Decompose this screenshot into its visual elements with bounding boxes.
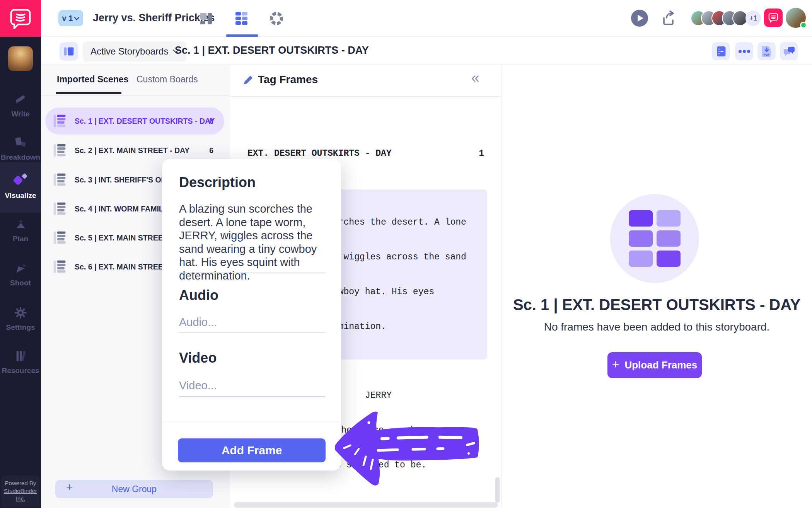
panel-left-icon — [62, 45, 75, 58]
plus-icon: + — [66, 481, 73, 494]
version-label: v 1 — [62, 14, 73, 23]
powered-by-line2: StudioBinder Inc. — [4, 488, 37, 502]
sidebar-item-label: Plan — [0, 235, 41, 243]
frames-grid-icon — [629, 210, 681, 267]
user-avatar[interactable] — [786, 8, 806, 28]
scene-doc-icon — [53, 259, 66, 274]
tag-frames-title: Tag Frames — [258, 73, 318, 86]
chevron-down-icon — [74, 17, 79, 20]
upload-frames-button[interactable]: + Upload Frames — [607, 352, 702, 378]
scene-doc-icon — [53, 230, 66, 245]
audio-input[interactable] — [179, 314, 325, 333]
share-icon[interactable] — [660, 9, 677, 29]
video-label: Video — [179, 350, 217, 366]
sidebar-item-resources[interactable]: Resources — [0, 349, 41, 375]
hand-drawn-arrow-annotation — [333, 408, 485, 492]
sidebar-item-write[interactable]: Write — [0, 92, 41, 118]
sidebar-item-shoot[interactable]: Shoot — [0, 262, 41, 287]
svg-text:PDF: PDF — [764, 53, 770, 56]
scene-doc-icon — [53, 201, 66, 216]
play-icon — [638, 15, 643, 22]
app-window: v 1 Jerry vs. Sheriff Prickles — [0, 0, 812, 508]
scene-frame-count: 0 — [209, 117, 213, 126]
board-selector-label: Active Storyboards — [90, 46, 168, 57]
sidebar-item-visualize[interactable]: Visualize — [0, 173, 41, 200]
upload-frames-label: Upload Frames — [624, 359, 697, 371]
video-input[interactable] — [179, 378, 325, 397]
layout-view-icon[interactable] — [198, 10, 215, 27]
scene-doc-icon — [53, 143, 66, 158]
scene-notes-button[interactable] — [712, 42, 730, 60]
sidebar-item-label: Shoot — [0, 279, 41, 287]
shoot-plane-icon — [13, 262, 28, 276]
scene-number: 1 — [479, 148, 484, 159]
storyboard-toolbar: Active Storyboards Sc. 1 | EXT. DESERT O… — [41, 37, 812, 65]
powered-by-footer[interactable]: Powered By StudioBinder Inc. — [2, 476, 39, 507]
storyboard-grid-view-icon[interactable] — [233, 10, 250, 27]
project-title: Jerry vs. Sheriff Prickles — [93, 12, 215, 24]
version-dropdown[interactable]: v 1 — [58, 10, 83, 26]
plus-icon: + — [612, 357, 619, 372]
powered-by-line1: Powered By — [5, 480, 36, 486]
new-group-button[interactable]: + New Group — [55, 480, 213, 498]
studiobinder-logo[interactable] — [0, 0, 41, 37]
download-pdf-button[interactable]: PDF — [757, 42, 776, 60]
speech-bubble-logo-icon — [9, 8, 32, 29]
present-play-button[interactable] — [631, 10, 648, 27]
sidebar-item-breakdown[interactable]: Breakdown — [0, 135, 41, 162]
collaborator-avatars[interactable]: +1 — [691, 10, 761, 26]
empty-storyboard-message: No frames have been added to this storyb… — [502, 321, 812, 333]
sidebar-item-label: Breakdown — [0, 153, 41, 162]
tab-custom-boards[interactable]: Custom Boards — [136, 74, 198, 85]
visualize-diamonds-icon — [12, 173, 29, 188]
pen-icon — [13, 92, 28, 107]
description-textarea[interactable]: A blazing sun scorches the desert. A lon… — [179, 202, 327, 282]
sidebar-item-label: Visualize — [0, 191, 41, 200]
main-nav-sidebar: Write Breakdown Visualize Plan — [0, 37, 41, 508]
scene-frame-count: 6 — [209, 146, 213, 155]
breakdown-pages-icon — [13, 135, 28, 150]
comments-chat-button[interactable] — [764, 9, 783, 27]
scene-label: Sc. 1 | EXT. DESERT OUTSKIRTS - DAY — [75, 117, 215, 126]
board-selector-dropdown[interactable]: Active Storyboards — [83, 41, 186, 61]
active-view-underline — [226, 34, 258, 37]
scene-row-1[interactable]: Sc. 1 | EXT. DESERT OUTSKIRTS - DAY 0 — [45, 107, 224, 135]
notebook-icon — [715, 45, 727, 58]
sidebar-item-plan[interactable]: Plan — [0, 218, 41, 243]
popup-footer: Add Frame — [162, 422, 341, 470]
script-scene-heading: EXT. DESERT OUTSKIRTS - DAY 1 — [247, 148, 484, 159]
storyboard-panel: Sc. 1 | EXT. DESERT OUTSKIRTS - DAY No f… — [501, 65, 812, 508]
plan-triangles-icon — [13, 218, 28, 232]
sidebar-item-settings[interactable]: Settings — [0, 305, 41, 332]
gear-icon — [13, 305, 28, 320]
more-collaborators-badge[interactable]: +1 — [745, 10, 761, 26]
sidebar-item-label: Resources — [0, 367, 41, 375]
vertical-scrollbar[interactable] — [495, 477, 500, 503]
empty-storyboard-icon — [610, 194, 699, 283]
sidebar-item-label: Write — [0, 110, 41, 118]
tab-imported-scenes[interactable]: Imported Scenes — [57, 74, 128, 85]
horizontal-scrollbar[interactable] — [234, 502, 498, 508]
shot-list-aperture-icon[interactable] — [268, 10, 285, 27]
add-frame-button[interactable]: Add Frame — [178, 438, 326, 462]
sidebar-item-label: Settings — [0, 323, 41, 332]
online-status-dot — [800, 22, 807, 29]
books-icon — [13, 349, 28, 363]
storyboard-scene-title: Sc. 1 | EXT. DESERT OUTSKIRTS - DAY — [502, 296, 812, 314]
description-label: Description — [179, 174, 256, 191]
scenes-tabs: Imported Scenes Custom Boards — [41, 65, 229, 96]
chat-bubbles-icon — [783, 46, 795, 57]
collapse-panel-icon[interactable]: « — [471, 70, 479, 86]
current-scene-title: Sc. 1 | EXT. DESERT OUTSKIRTS - DAY — [175, 44, 369, 56]
ellipsis-icon — [738, 49, 751, 53]
top-bar: v 1 Jerry vs. Sheriff Prickles — [0, 0, 812, 37]
new-group-label: New Group — [112, 484, 157, 494]
sidebar-toggle-button[interactable] — [60, 42, 78, 61]
project-thumbnail[interactable] — [8, 46, 33, 71]
comments-button[interactable] — [780, 42, 798, 60]
tag-frames-header: Tag Frames « — [229, 65, 501, 97]
chat-bubble-icon — [768, 13, 779, 23]
frame-details-popup: Description A blazing sun scorches the d… — [162, 159, 341, 470]
more-options-button[interactable] — [735, 42, 753, 60]
pdf-download-icon: PDF — [761, 45, 772, 58]
